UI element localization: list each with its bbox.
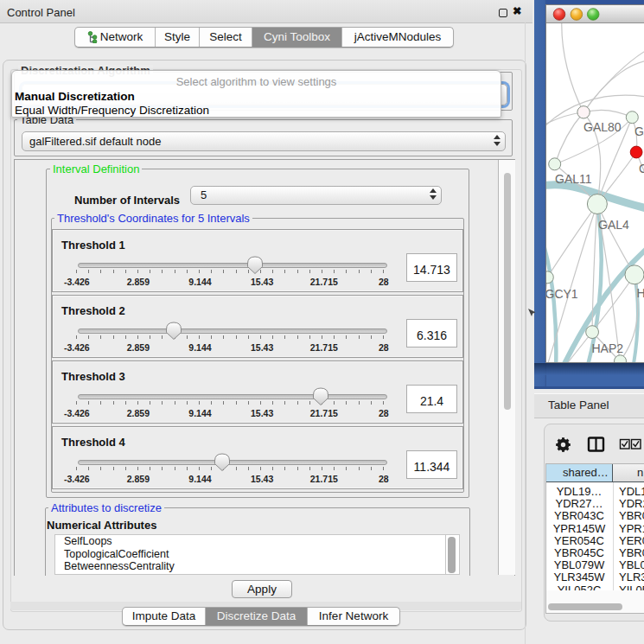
svg-text:GAL80: GAL80 (583, 120, 622, 134)
svg-text:C: C (639, 162, 644, 175)
svg-text:HAP2: HAP2 (592, 341, 624, 355)
svg-text:GA: GA (634, 124, 644, 138)
svg-text:H: H (637, 286, 644, 300)
svg-text:GAL11: GAL11 (555, 172, 592, 186)
svg-text:GCY1: GCY1 (545, 287, 578, 301)
svg-text:GAL4: GAL4 (598, 218, 629, 232)
